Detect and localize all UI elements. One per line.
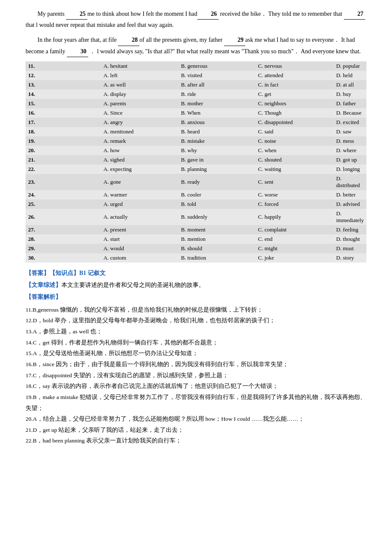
cell-c-16: C. complaint: [255, 225, 334, 234]
intro-text-start: My parents: [37, 11, 66, 17]
blank-28: 28: [118, 35, 139, 46]
analysis-line-12: 12.D，hold 举办，这里指的是父母每年都举办圣诞晚会，给我们礼物，也包括邻…: [26, 315, 366, 326]
analysis-block: 11.B,generous 慷慨的，我的父母不富裕，但是当给我们礼物的时候总是很…: [26, 304, 366, 446]
cell-c-2: C. in fact: [255, 80, 334, 90]
table-row: 15.A. parentsB. motherC. neighborsD. fat…: [26, 99, 366, 108]
table-row: 24.A. warmerB. coolerC. worseD. better: [26, 190, 366, 199]
cell-a-18: A. would: [101, 244, 179, 253]
cell-d-5: D. Because: [334, 108, 366, 118]
cell-b-4: B. mother: [179, 99, 256, 108]
table-row: 21.A. sighedB. gave inC. shoutedD. got u…: [26, 155, 366, 165]
cell-c-4: C. neighbors: [255, 99, 334, 108]
answer-section: 【答案】【知识点】B1 记叙文 【文章综述】本文主要讲述的是作者和父母之间的圣诞…: [26, 269, 366, 301]
table-row: 28.A. startB. mentionC. endD. thought: [26, 234, 366, 244]
cell-c-15: C. happily: [255, 209, 334, 225]
cell-d-10: D. got up: [334, 155, 366, 165]
cell-b-16: B. moment: [179, 225, 256, 234]
cell-a-6: A. angry: [101, 118, 179, 127]
cell-d-8: D. mess: [334, 136, 366, 146]
cell-d-6: D. excited: [334, 118, 366, 127]
cell-a-12: A. gone: [101, 174, 179, 190]
analysis-line-19: 19.B，make a mistake 犯错误，父母已经非常努力工作了，尽管我没…: [26, 392, 366, 413]
cell-b-6: B. anxious: [179, 118, 256, 127]
cell-c-18: C. might: [255, 244, 334, 253]
cell-c-0: C. nervous: [255, 61, 334, 71]
intro-p2-end: ． l would always say, "Is that all?" But…: [88, 48, 361, 55]
cell-a-2: A. as well: [101, 80, 179, 90]
cell-a-19: A. custom: [101, 253, 179, 263]
cell-d-19: D. story: [334, 253, 366, 263]
cell-d-13: D. better: [334, 190, 366, 199]
cell-d-3: D. buy: [334, 90, 366, 99]
cell-num-18: 29.: [26, 244, 101, 253]
cell-num-3: 14.: [26, 90, 101, 99]
cell-a-7: A. mentioned: [101, 127, 179, 136]
cell-a-4: A. parents: [101, 99, 179, 108]
cell-c-19: C. joke: [255, 253, 334, 263]
cell-d-17: D. thought: [334, 234, 366, 244]
cell-a-9: A. how: [101, 146, 179, 155]
cell-d-9: D. where: [334, 146, 366, 155]
cell-num-12: 23.: [26, 174, 101, 190]
cell-num-15: 26.: [26, 209, 101, 225]
cell-a-8: A. remark: [101, 136, 179, 146]
cell-b-2: B. after all: [179, 80, 256, 90]
cell-b-0: B. generous: [179, 61, 256, 71]
cell-d-18: D. must: [334, 244, 366, 253]
cell-c-10: C. shouted: [255, 155, 334, 165]
analysis-line-15: 15.A，是父母送给他圣诞礼物，所以他想尽一切办法让父母知道；: [26, 348, 366, 359]
cell-d-12: D. distributed: [334, 174, 366, 190]
analysis-line-14: 14.C，get 得到，作者是想作为礼物得到一辆自行车，其他的都不合题意；: [26, 337, 366, 348]
table-row: 22.A. expectingB. planningC. waitingD. l…: [26, 165, 366, 174]
cell-b-12: B. ready: [179, 174, 256, 190]
cell-a-14: A. urged: [101, 199, 179, 209]
table-row: 12.A. leftB. visitedC. attendedD. held: [26, 71, 366, 80]
analysis-line-11: 11.B,generous 慷慨的，我的父母不富裕，但是当给我们礼物的时候总是很…: [26, 304, 366, 315]
table-row: 16.A. SinceB. WhenC. ThoughD. Because: [26, 108, 366, 118]
analysis-line-21: 21.D，get up 站起来，父亲听了我的话，站起来，走了出去；: [26, 425, 366, 436]
cell-d-2: D. at all: [334, 80, 366, 90]
cell-c-6: C. disappointed: [255, 118, 334, 127]
cell-num-13: 24.: [26, 190, 101, 199]
cell-d-4: D. father: [334, 99, 366, 108]
cell-b-8: B. mistake: [179, 136, 256, 146]
cell-d-14: D. advised: [334, 199, 366, 209]
cell-c-12: C. sent: [255, 174, 334, 190]
cell-c-13: C. worse: [255, 190, 334, 199]
analysis-title: 【答案解析】: [26, 293, 366, 301]
cell-num-4: 15.: [26, 99, 101, 108]
cell-b-5: B. When: [179, 108, 256, 118]
cell-b-1: B. visited: [179, 71, 256, 80]
intro-text-end: received the bike． They told me to remem…: [219, 11, 344, 17]
cell-num-2: 13.: [26, 80, 101, 90]
cell-a-13: A. warmer: [101, 190, 179, 199]
cell-num-7: 18.: [26, 127, 101, 136]
summary-title: 【文章综述】本文主要讲述的是作者和父母之间的圣诞礼物的故事。: [26, 281, 366, 289]
analysis-line-16: 16.B，since 因为；由于，由于我是最后一个得到礼物的，因为我没有得到自行…: [26, 359, 366, 370]
cell-c-9: C. when: [255, 146, 334, 155]
intro-paragraph1: My parents 25me to think about how I fel…: [26, 9, 366, 30]
cell-num-14: 25.: [26, 199, 101, 209]
cell-b-15: B. suddenly: [179, 209, 256, 225]
cell-num-1: 12.: [26, 71, 101, 80]
cell-b-11: B. planning: [179, 165, 256, 174]
table-row: 20.A. howB. whyC. whenD. where: [26, 146, 366, 155]
table-row: 11.A. hesitantB. generousC. nervousD. po…: [26, 61, 366, 71]
cell-a-5: A. Since: [101, 108, 179, 118]
cell-b-18: B. should: [179, 244, 256, 253]
cell-a-17: A. start: [101, 234, 179, 244]
cell-num-0: 11.: [26, 61, 101, 71]
cell-b-17: B. mention: [179, 234, 256, 244]
cell-d-7: D. saw: [334, 127, 366, 136]
analysis-line-18: 18.C，say 表示说的内容，表示作者自己说完上面的话就后悔了；他意识到自己犯…: [26, 381, 366, 392]
cell-a-1: A. left: [101, 71, 179, 80]
cell-b-14: B. told: [179, 199, 256, 209]
cell-a-3: A. display: [101, 90, 179, 99]
table-row: 23.A. goneB. readyC. sentD. distributed: [26, 174, 366, 190]
cell-a-0: A. hesitant: [101, 61, 179, 71]
intro-p2-mid: of all the presents given, my father: [139, 37, 224, 43]
blank-27: 27: [344, 9, 365, 20]
table-row: 18.A. mentionedB. heardC. saidD. saw: [26, 127, 366, 136]
cell-num-19: 30.: [26, 253, 101, 263]
cell-num-6: 17.: [26, 118, 101, 127]
